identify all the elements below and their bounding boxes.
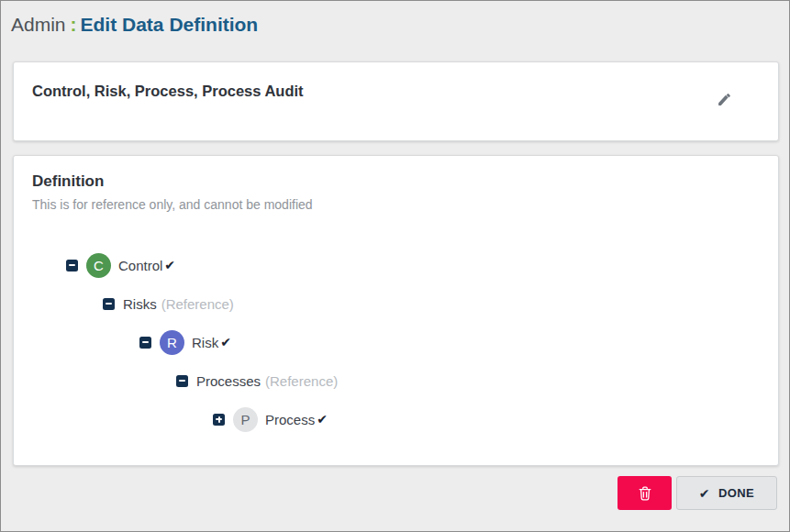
- tree-node-control: C Control ✔: [14, 246, 778, 284]
- check-icon: ✔: [164, 258, 175, 272]
- delete-button[interactable]: [618, 476, 672, 510]
- page-title: Edit Data Definition: [81, 14, 259, 35]
- collapse-toggle-icon[interactable]: [139, 337, 151, 349]
- trash-icon: [639, 486, 651, 501]
- expand-toggle-icon[interactable]: [213, 414, 225, 426]
- definition-card: Definition This is for reference only, a…: [13, 155, 779, 466]
- pencil-icon: [717, 92, 732, 107]
- data-definition-tree: C Control ✔ Risks (Reference) R Risk ✔ P…: [14, 246, 778, 438]
- control-avatar: C: [86, 253, 111, 278]
- check-icon: ✔: [699, 486, 710, 501]
- done-button[interactable]: ✔ DONE: [676, 476, 777, 510]
- reference-suffix: (Reference): [161, 296, 234, 312]
- tree-node-label: Risk: [192, 335, 218, 350]
- tree-node-label: Processes: [196, 373, 261, 389]
- edit-name-button[interactable]: [713, 88, 735, 110]
- process-avatar: P: [233, 407, 258, 432]
- edit-data-definition-page: { "colors": { "page-bg": "#ededee", "fra…: [0, 0, 790, 532]
- definition-name: Control, Risk, Process, Process Audit: [32, 83, 304, 100]
- definition-name-card: Control, Risk, Process, Process Audit: [13, 61, 779, 141]
- breadcrumb-separator: :: [71, 14, 77, 35]
- tree-node-processes-reference: Processes (Reference): [14, 361, 778, 400]
- reference-suffix: (Reference): [265, 373, 338, 389]
- tree-node-label: Process: [265, 412, 315, 427]
- tree-node-process: P Process ✔: [14, 400, 778, 438]
- tree-node-label: Control: [118, 258, 162, 273]
- check-icon: ✔: [317, 412, 328, 427]
- definition-card-title: Definition: [32, 172, 104, 191]
- collapse-toggle-icon[interactable]: [176, 375, 188, 387]
- breadcrumb-section: Admin: [11, 14, 66, 35]
- footer-actions: ✔ DONE: [618, 476, 777, 510]
- definition-card-subtitle: This is for reference only, and cannot b…: [32, 197, 313, 212]
- risk-avatar: R: [160, 330, 184, 355]
- check-icon: ✔: [220, 335, 231, 349]
- tree-node-risks-reference: Risks (Reference): [14, 284, 778, 323]
- tree-node-risk: R Risk ✔: [14, 323, 778, 361]
- collapse-toggle-icon[interactable]: [103, 298, 115, 310]
- tree-node-label: Risks: [123, 296, 157, 312]
- breadcrumb: Admin:Edit Data Definition: [11, 14, 258, 36]
- done-button-label: DONE: [718, 486, 754, 500]
- collapse-toggle-icon[interactable]: [66, 260, 78, 272]
